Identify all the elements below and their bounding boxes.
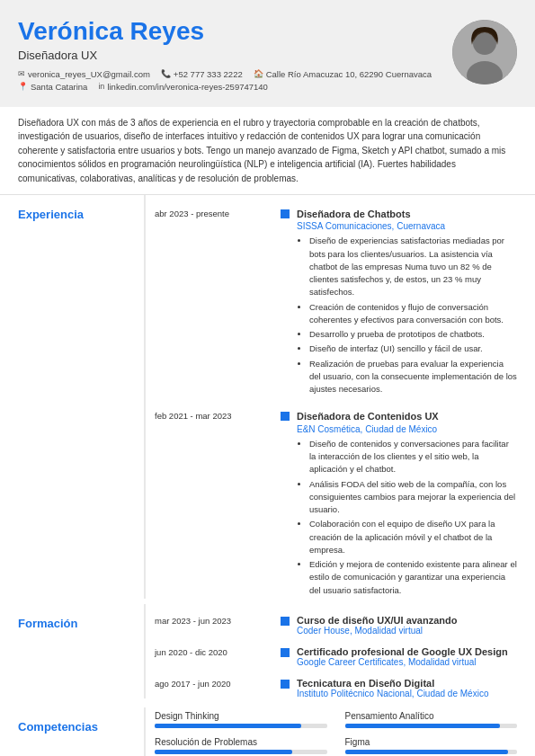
skill-bar-bg-2 [155, 750, 327, 754]
skill-bar-fill-2 [155, 750, 292, 754]
edu-title-0: Curso de diseño UX/UI avanzando [297, 615, 457, 626]
edu-marker-1 [281, 648, 290, 657]
exp-title-0: Diseñadora de Chatbots [297, 208, 517, 221]
skill-label-3: Figma [345, 737, 518, 747]
summary-text: Diseñadora UX con más de 3 años de exper… [18, 118, 505, 183]
skills-section-label: Competencias [18, 707, 144, 756]
edu-entry-0: mar 2023 - jun 2023 Curso de diseño UX/U… [155, 604, 517, 636]
bullet-item: Diseño de experiencias satisfactorias me… [309, 235, 517, 298]
skill-bar-fill-3 [345, 750, 509, 754]
edu-text-2: Tecnicatura en Diseño Digital Instituto … [297, 678, 488, 698]
skill-item-3: Figma [345, 737, 518, 754]
bullet-item: Diseño de interfaz (UI) sencillo y fácil… [309, 342, 517, 355]
edu-right-0: Curso de diseño UX/UI avanzando Coder Ho… [281, 615, 517, 636]
edu-title-1: Certificado profesional de Google UX Des… [297, 646, 508, 657]
header-section: Verónica Reyes Diseñadora UX ✉ veronica_… [0, 0, 535, 107]
pin-icon: 📍 [18, 82, 28, 91]
exp-bullets-1: Diseño de contenidos y conversaciones pa… [297, 438, 517, 597]
skill-bar-fill-0 [155, 724, 301, 728]
skill-item-2: Resolución de Problemas [155, 737, 327, 754]
header-left: Verónica Reyes Diseñadora UX ✉ veronica_… [18, 16, 440, 94]
bullet-item: Colaboración con el equipo de diseño UX … [309, 518, 517, 556]
contact-location: 📍 Santa Catarina [18, 82, 87, 92]
resume-page: Verónica Reyes Diseñadora UX ✉ veronica_… [0, 0, 535, 756]
exp-marker-0 [281, 209, 290, 218]
bullet-item: Diseño de contenidos y conversaciones pa… [309, 438, 517, 476]
experience-entries: abr 2023 - presente Diseñadora de Chatbo… [144, 195, 517, 599]
skill-item-1: Pensamiento Analítico [345, 711, 518, 728]
experience-section: Experiencia abr 2023 - presente Diseñado… [0, 195, 535, 599]
contact-row-1: ✉ veronica_reyes_UX@gmail.com 📞 +52 777 … [18, 69, 440, 79]
home-icon: 🏠 [254, 69, 263, 78]
edu-marker-0 [281, 617, 290, 626]
skill-bar-bg-1 [345, 724, 518, 728]
edu-text-0: Curso de diseño UX/UI avanzando Coder Ho… [297, 615, 457, 636]
skill-bar-fill-1 [345, 724, 500, 728]
skill-label-0: Design Thinking [155, 711, 327, 721]
edu-entry-2: ago 2017 - jun 2020 Tecnicatura en Diseñ… [155, 667, 517, 698]
education-section-label: Formación [18, 604, 144, 698]
bullet-item: Creación de contenidos y flujo de conver… [309, 301, 517, 327]
bullet-item: Análisis FODA del sitio web de la compañ… [309, 478, 517, 517]
exp-bullets-0: Diseño de experiencias satisfactorias me… [297, 235, 517, 396]
edu-right-1: Certificado profesional de Google UX Des… [281, 646, 517, 667]
avatar-image [452, 20, 517, 84]
email-icon: ✉ [18, 69, 25, 78]
linkedin-icon: in [98, 82, 104, 91]
contact-address: 🏠 Calle Río Amacuzac 10, 62290 Cuernavac… [254, 69, 432, 79]
edu-text-1: Certificado profesional de Google UX Des… [297, 646, 508, 667]
exp-date-0: abr 2023 - presente [155, 208, 281, 397]
bullet-item: Realización de pruebas para evaluar la e… [309, 358, 517, 396]
skill-bar-bg-3 [345, 750, 518, 754]
candidate-title: Diseñadora UX [18, 49, 440, 62]
education-entries: mar 2023 - jun 2023 Curso de diseño UX/U… [144, 604, 517, 698]
edu-entry-1: jun 2020 - dic 2020 Certificado profesio… [155, 636, 517, 667]
skill-label-2: Resolución de Problemas [155, 737, 327, 747]
bullet-item: Edición y mejora de contenido existente … [309, 558, 517, 597]
experience-section-label: Experiencia [18, 195, 144, 599]
skills-entries: Design Thinking Pensamiento Analítico Re… [144, 707, 517, 756]
skill-label-1: Pensamiento Analítico [345, 711, 518, 721]
exp-marker-1 [281, 412, 290, 421]
phone-icon: 📞 [161, 69, 171, 78]
edu-date-2: ago 2017 - jun 2020 [155, 678, 281, 689]
education-section: Formación mar 2023 - jun 2023 Curso de d… [0, 604, 535, 698]
experience-entry-0: abr 2023 - presente Diseñadora de Chatbo… [155, 195, 517, 397]
exp-date-1: feb 2021 - mar 2023 [155, 410, 281, 598]
exp-company-0: SISSA Comunicaciones, Cuernavaca [297, 221, 517, 231]
skill-bar-bg-0 [155, 724, 327, 728]
edu-date-0: mar 2023 - jun 2023 [155, 615, 281, 627]
experience-entry-1: feb 2021 - mar 2023 Diseñadora de Conten… [155, 397, 517, 598]
exp-company-1: E&N Cosmética, Ciudad de México [297, 424, 517, 434]
exp-right-1: Diseñadora de Contenidos UX E&N Cosmétic… [281, 410, 517, 598]
bullet-item: Desarrollo y prueba de prototipos de cha… [309, 328, 517, 341]
contact-linkedin: in linkedin.com/in/veronica-reyes-259747… [98, 82, 268, 92]
edu-marker-2 [281, 680, 290, 689]
exp-content-0: Diseñadora de Chatbots SISSA Comunicacio… [297, 208, 517, 397]
skills-grid: Design Thinking Pensamiento Analítico Re… [155, 707, 517, 756]
edu-date-1: jun 2020 - dic 2020 [155, 646, 281, 658]
summary-section: Diseñadora UX con más de 3 años de exper… [0, 107, 535, 196]
edu-right-2: Tecnicatura en Diseño Digital Instituto … [281, 678, 517, 698]
contact-email: ✉ veronica_reyes_UX@gmail.com [18, 69, 150, 79]
edu-institution-1: Google Career Certificates, Modalidad vi… [297, 657, 508, 667]
exp-title-1: Diseñadora de Contenidos UX [297, 410, 517, 423]
contact-row-2: 📍 Santa Catarina in linkedin.com/in/vero… [18, 82, 440, 92]
contact-phone: 📞 +52 777 333 2222 [161, 69, 243, 79]
exp-content-1: Diseñadora de Contenidos UX E&N Cosmétic… [297, 410, 517, 598]
edu-institution-0: Coder House, Modalidad virtual [297, 626, 457, 636]
skill-item-0: Design Thinking [155, 711, 327, 728]
skills-section: Competencias Design Thinking Pensamiento… [0, 707, 535, 756]
avatar [452, 20, 517, 84]
exp-right-0: Diseñadora de Chatbots SISSA Comunicacio… [281, 208, 517, 397]
edu-title-2: Tecnicatura en Diseño Digital [297, 678, 488, 689]
candidate-name: Verónica Reyes [18, 16, 440, 47]
edu-institution-2: Instituto Politécnico Nacional, Ciudad d… [297, 689, 488, 698]
